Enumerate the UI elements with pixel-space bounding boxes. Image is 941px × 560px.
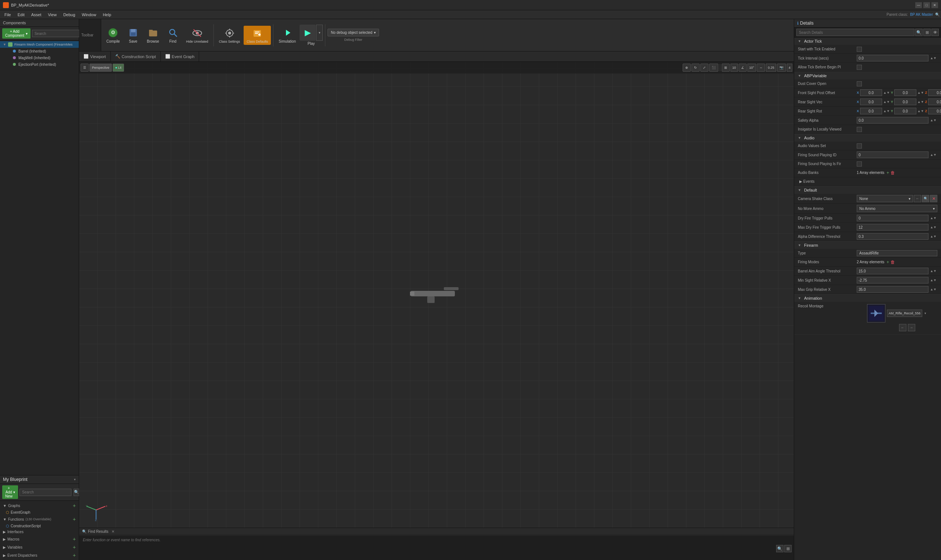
hide-unrelated-button[interactable]: Hide Unrelated	[183, 26, 211, 45]
minimize-btn[interactable]: —	[915, 2, 922, 8]
rear-sight-rot-z-input[interactable]	[928, 108, 941, 114]
vp-scale2-btn[interactable]: ↔	[757, 64, 765, 72]
play-button[interactable]: ▶	[299, 25, 316, 41]
start-tick-checkbox[interactable]	[857, 47, 862, 52]
vp-angle-btn[interactable]: ∠	[739, 64, 747, 72]
rear-sight-rot-x-arrow[interactable]: ▲▼	[882, 109, 890, 113]
compile-button[interactable]: ⚙ Compile	[103, 25, 123, 45]
alpha-diff-input[interactable]	[857, 233, 929, 240]
rear-sight-vec-x-arrow[interactable]: ▲▼	[882, 100, 890, 104]
event-graph-item[interactable]: ⬡ EventGraph	[0, 510, 79, 515]
montage-dropdown-arrow[interactable]: ▾	[924, 311, 927, 315]
details-eye-btn[interactable]: 👁	[932, 29, 939, 36]
find-search-btn[interactable]: 🔍	[776, 545, 784, 552]
vp-scale-value[interactable]: 0.25	[766, 64, 776, 72]
vp-grid-btn[interactable]: ⊞	[722, 64, 730, 72]
vp-camera-btn[interactable]: 📷	[777, 64, 786, 72]
firing-sound-playing-checkbox[interactable]	[857, 162, 862, 166]
animation-header[interactable]: ▼ Animation	[794, 294, 941, 302]
max-grip-input[interactable]	[857, 286, 929, 293]
find-results-close[interactable]: ✕	[111, 529, 114, 534]
perspective-btn[interactable]: Perspective	[89, 64, 112, 72]
firing-modes-del-btn[interactable]: 🗑	[890, 260, 895, 265]
construction-script-item[interactable]: ⬡ ConstructionScript	[0, 523, 79, 529]
maximize-btn[interactable]: □	[923, 2, 930, 8]
my-blueprint-collapse[interactable]: ▾	[74, 478, 76, 481]
add-component-button[interactable]: + Add Component ▾	[2, 28, 31, 38]
front-sight-x-input[interactable]	[860, 89, 882, 96]
class-defaults-button[interactable]: Class Defaults	[244, 26, 271, 45]
min-sight-arrow[interactable]: ▲▼	[929, 278, 937, 282]
window-controls[interactable]: — □ ✕	[915, 2, 938, 8]
tree-item-barrel[interactable]: Barrel (Inherited)	[0, 48, 79, 54]
parent-class-link[interactable]: BP AK Master	[910, 12, 933, 17]
dust-cover-checkbox[interactable]	[857, 81, 862, 86]
vp-grid-size[interactable]: 10	[731, 64, 738, 72]
rear-sight-rot-y-arrow[interactable]: ▲▼	[917, 109, 925, 113]
vp-rotate-btn[interactable]: ↻	[691, 64, 700, 72]
rear-sight-vec-y-input[interactable]	[894, 98, 916, 105]
tree-item-magwell[interactable]: MagWell (Inherited)	[0, 54, 79, 61]
vp-camera-value[interactable]: 4	[787, 64, 792, 72]
debug-dropdown[interactable]: No debug object selected ▾	[327, 29, 379, 36]
vp-scale-btn[interactable]: ⤢	[700, 64, 708, 72]
menu-file[interactable]: File	[2, 12, 14, 18]
rear-sight-vec-y-arrow[interactable]: ▲▼	[917, 100, 925, 104]
default-header[interactable]: ▼ Default	[794, 186, 941, 194]
camera-shake-reset-btn[interactable]: 🔍	[922, 195, 929, 202]
firing-modes-add-btn[interactable]: +	[887, 260, 889, 265]
barrel-aim-input[interactable]	[857, 268, 929, 274]
details-grid-btn[interactable]: ⊞	[923, 29, 931, 36]
rear-sight-vec-z-input[interactable]	[928, 98, 941, 105]
rear-sight-rot-x-input[interactable]	[860, 108, 882, 114]
firing-sound-id-arrow[interactable]: ▲▼	[929, 153, 937, 157]
class-settings-button[interactable]: Class Settings	[216, 26, 243, 45]
max-dry-fire-input[interactable]	[857, 224, 929, 231]
audio-header[interactable]: ▼ Audio	[794, 134, 941, 142]
menu-edit[interactable]: Edit	[15, 12, 28, 18]
front-sight-y-arrow[interactable]: ▲▼	[917, 91, 925, 94]
abpvariable-header[interactable]: ▼ ABPVariable	[794, 72, 941, 79]
macros-add-btn[interactable]: +	[73, 536, 76, 542]
bp-section-variables[interactable]: ▶ Variables +	[0, 543, 79, 551]
event-dispatchers-add-btn[interactable]: +	[73, 552, 76, 558]
details-search-btn[interactable]: 🔍	[915, 29, 922, 36]
details-search-input[interactable]	[796, 29, 915, 36]
audio-banks-add-btn[interactable]: +	[887, 170, 889, 175]
alpha-diff-arrow[interactable]: ▲▼	[929, 235, 937, 238]
browse-button[interactable]: Browse	[143, 25, 163, 45]
viewport-menu-btn[interactable]: ☰	[80, 64, 89, 72]
dry-fire-arrow[interactable]: ▲▼	[929, 216, 937, 220]
firearm-header[interactable]: ▼ Firearm	[794, 242, 941, 249]
min-sight-input[interactable]	[857, 277, 929, 283]
camera-shake-nav-btn[interactable]: ←	[914, 195, 921, 202]
vp-angle-value[interactable]: 10°	[747, 64, 756, 72]
max-dry-fire-arrow[interactable]: ▲▼	[929, 225, 937, 229]
tree-item-firearm-mesh[interactable]: ▼ Firearm Mesh Component (FirearmMes	[0, 41, 79, 48]
close-btn[interactable]: ✕	[932, 2, 938, 8]
barrel-aim-arrow[interactable]: ▲▼	[929, 269, 937, 273]
bp-section-graphs[interactable]: ▼ Graphs +	[0, 502, 79, 510]
add-new-button[interactable]: + Add New ▾	[2, 485, 18, 499]
vp-translate-btn[interactable]: ⊕	[683, 64, 691, 72]
recoil-back-btn[interactable]: ←	[899, 324, 906, 331]
find-input[interactable]	[79, 535, 794, 544]
simulation-button[interactable]: Simulation	[276, 25, 299, 45]
camera-shake-clear-btn[interactable]: ✕	[930, 195, 937, 202]
audio-values-checkbox[interactable]	[857, 143, 862, 149]
menu-debug[interactable]: Debug	[60, 12, 78, 18]
menu-help[interactable]: Help	[100, 12, 114, 18]
camera-shake-dropdown[interactable]: None ▾	[857, 195, 913, 202]
actor-tick-header[interactable]: ▼ Actor Tick	[794, 37, 941, 45]
bp-section-macros[interactable]: ▶ Macros +	[0, 535, 79, 543]
front-sight-z-input[interactable]	[928, 89, 941, 96]
rear-sight-vec-x-input[interactable]	[860, 98, 882, 105]
variables-add-btn[interactable]: +	[73, 544, 76, 550]
functions-add-btn[interactable]: +	[73, 516, 76, 522]
tab-event-graph[interactable]: ⬜ Event Graph	[161, 51, 199, 62]
lit-btn[interactable]: ● Lit	[113, 64, 124, 72]
menu-window[interactable]: Window	[79, 12, 99, 18]
instigator-checkbox[interactable]	[857, 127, 862, 132]
tick-interval-input[interactable]	[857, 55, 929, 62]
bp-section-interfaces[interactable]: ▶ Interfaces	[0, 529, 79, 535]
